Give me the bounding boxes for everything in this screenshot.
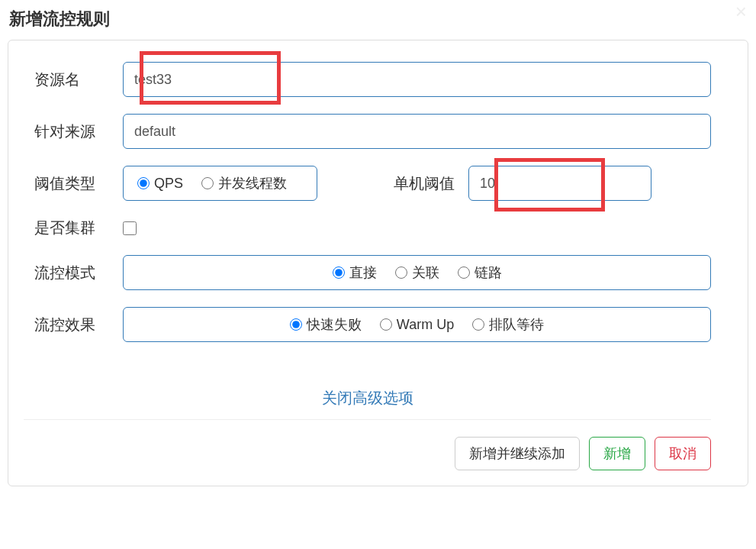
flow-effect-box: 快速失败 Warm Up 排队等待 [123, 307, 711, 342]
radio-effect-failfast-label: 快速失败 [307, 315, 362, 334]
radio-mode-relate[interactable]: 关联 [395, 263, 439, 282]
row-flow-mode: 流控模式 直接 关联 链路 [24, 255, 711, 290]
radio-effect-queue[interactable]: 排队等待 [472, 315, 544, 334]
radio-mode-direct-label: 直接 [349, 263, 377, 282]
row-cluster: 是否集群 [24, 218, 711, 238]
radio-effect-warmup-label: Warm Up [397, 317, 454, 333]
radio-mode-chain-input[interactable] [458, 266, 470, 279]
radio-mode-direct-input[interactable] [333, 266, 345, 279]
radio-qps-label: QPS [154, 176, 183, 192]
label-flow-effect: 流控效果 [24, 315, 123, 335]
threshold-type-box: QPS 并发线程数 [123, 166, 317, 201]
add-button[interactable]: 新增 [589, 437, 645, 470]
toggle-advanced-link[interactable]: 关闭高级选项 [24, 359, 711, 419]
cluster-checkbox[interactable] [123, 221, 137, 235]
radio-mode-relate-label: 关联 [412, 263, 439, 282]
radio-mode-chain-label: 链路 [475, 263, 502, 282]
radio-effect-warmup-input[interactable] [380, 318, 392, 331]
row-resource: 资源名 [24, 62, 711, 97]
radio-effect-queue-input[interactable] [472, 318, 484, 331]
add-continue-button[interactable]: 新增并继续添加 [455, 437, 580, 470]
radio-effect-failfast[interactable]: 快速失败 [290, 315, 362, 334]
row-flow-effect: 流控效果 快速失败 Warm Up 排队等待 [24, 307, 711, 342]
radio-effect-failfast-input[interactable] [290, 318, 302, 331]
flow-mode-box: 直接 关联 链路 [123, 255, 711, 290]
cancel-button[interactable]: 取消 [655, 437, 711, 470]
source-input[interactable] [123, 114, 711, 149]
radio-effect-queue-label: 排队等待 [489, 315, 544, 334]
label-source: 针对来源 [24, 121, 123, 142]
label-resource: 资源名 [24, 69, 123, 90]
modal-body: 资源名 针对来源 阈值类型 QPS 并发线程数 单机阈值 [8, 40, 748, 486]
close-icon[interactable]: × [735, 2, 747, 21]
modal-title: 新增流控规则 [9, 9, 110, 28]
row-threshold: 阈值类型 QPS 并发线程数 单机阈值 [24, 166, 711, 201]
label-flow-mode: 流控模式 [24, 263, 123, 283]
threshold-value-input[interactable] [468, 166, 651, 201]
radio-mode-chain[interactable]: 链路 [458, 263, 502, 282]
label-single-threshold: 单机阈值 [394, 173, 455, 194]
radio-mode-direct[interactable]: 直接 [333, 263, 377, 282]
radio-threads[interactable]: 并发线程数 [201, 174, 287, 192]
modal-header: 新增流控规则 × [0, 0, 756, 40]
row-source: 针对来源 [24, 114, 711, 149]
radio-qps[interactable]: QPS [137, 176, 183, 192]
modal-footer: 新增并继续添加 新增 取消 [24, 419, 711, 470]
radio-mode-relate-input[interactable] [395, 266, 407, 279]
label-cluster: 是否集群 [24, 218, 123, 238]
radio-threads-label: 并发线程数 [218, 174, 287, 192]
radio-qps-input[interactable] [137, 177, 150, 189]
radio-threads-input[interactable] [201, 177, 214, 189]
label-threshold-type: 阈值类型 [24, 173, 123, 194]
resource-input[interactable] [123, 62, 711, 97]
radio-effect-warmup[interactable]: Warm Up [380, 317, 454, 333]
